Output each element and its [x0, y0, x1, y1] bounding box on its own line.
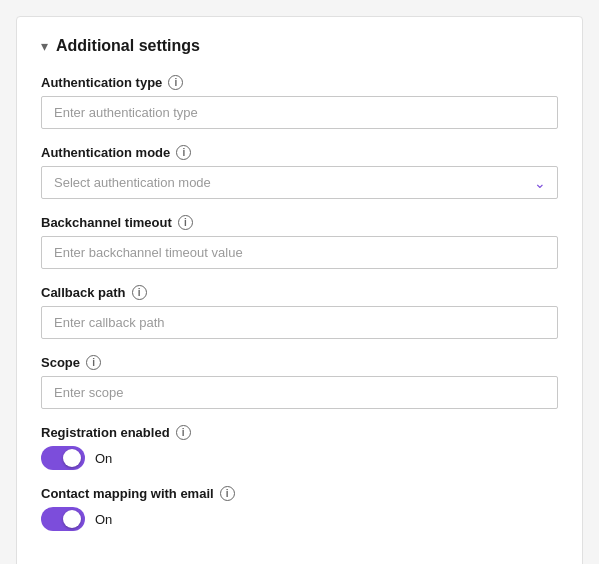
- contact-mapping-toggle-row: On: [41, 507, 558, 531]
- contact-mapping-toggle-label: On: [95, 512, 112, 527]
- registration-enabled-label: Registration enabled i: [41, 425, 558, 440]
- callback-path-label: Callback path i: [41, 285, 558, 300]
- callback-path-info-icon[interactable]: i: [132, 285, 147, 300]
- scope-label: Scope i: [41, 355, 558, 370]
- scope-info-icon[interactable]: i: [86, 355, 101, 370]
- additional-settings-card: ▾ Additional settings Authentication typ…: [16, 16, 583, 564]
- auth-mode-label: Authentication mode i: [41, 145, 558, 160]
- scope-input[interactable]: [41, 376, 558, 409]
- registration-enabled-toggle[interactable]: [41, 446, 85, 470]
- backchannel-timeout-label: Backchannel timeout i: [41, 215, 558, 230]
- backchannel-timeout-input[interactable]: [41, 236, 558, 269]
- backchannel-timeout-info-icon[interactable]: i: [178, 215, 193, 230]
- contact-mapping-label: Contact mapping with email i: [41, 486, 558, 501]
- registration-enabled-toggle-label: On: [95, 451, 112, 466]
- section-title: Additional settings: [56, 37, 200, 55]
- collapse-chevron-icon[interactable]: ▾: [41, 38, 48, 54]
- contact-mapping-group: Contact mapping with email i On: [41, 486, 558, 531]
- auth-type-group: Authentication type i: [41, 75, 558, 129]
- auth-type-label: Authentication type i: [41, 75, 558, 90]
- auth-type-input[interactable]: [41, 96, 558, 129]
- registration-enabled-group: Registration enabled i On: [41, 425, 558, 470]
- auth-mode-info-icon[interactable]: i: [176, 145, 191, 160]
- scope-group: Scope i: [41, 355, 558, 409]
- contact-mapping-info-icon[interactable]: i: [220, 486, 235, 501]
- callback-path-group: Callback path i: [41, 285, 558, 339]
- auth-mode-select[interactable]: Select authentication mode: [41, 166, 558, 199]
- contact-mapping-toggle[interactable]: [41, 507, 85, 531]
- registration-enabled-info-icon[interactable]: i: [176, 425, 191, 440]
- auth-mode-select-wrapper: Select authentication mode ⌄: [41, 166, 558, 199]
- auth-mode-group: Authentication mode i Select authenticat…: [41, 145, 558, 199]
- auth-type-info-icon[interactable]: i: [168, 75, 183, 90]
- callback-path-input[interactable]: [41, 306, 558, 339]
- registration-enabled-toggle-row: On: [41, 446, 558, 470]
- backchannel-timeout-group: Backchannel timeout i: [41, 215, 558, 269]
- section-header: ▾ Additional settings: [41, 37, 558, 55]
